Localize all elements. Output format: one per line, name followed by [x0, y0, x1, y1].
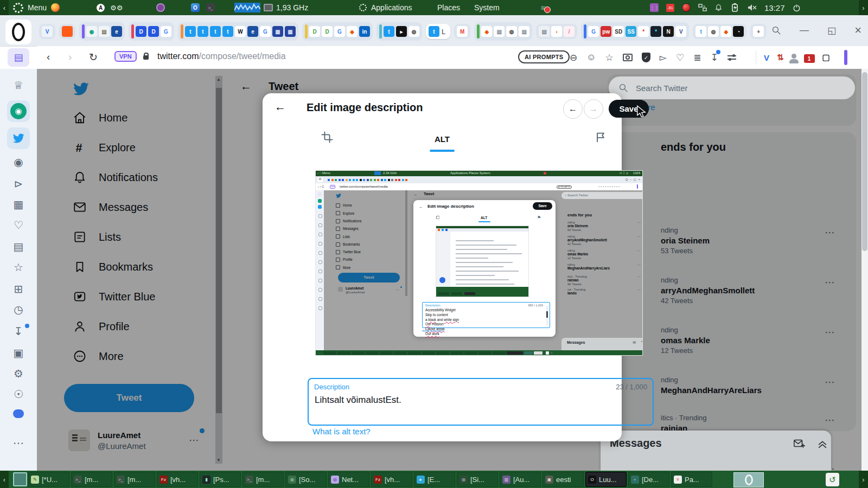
tab-search-icon[interactable] — [771, 25, 781, 35]
site-tab[interactable]: * — [638, 26, 649, 37]
taskbar-scroll-left[interactable]: ‹ — [0, 471, 9, 488]
downloads-icon[interactable]: ↧ — [710, 52, 718, 63]
taskbar-window-disc[interactable]: ◎[So... — [285, 472, 327, 487]
tips-icon[interactable]: ☉ — [0, 388, 37, 401]
firefox-icon[interactable] — [51, 3, 60, 12]
reading-panel-icon[interactable]: ▤ — [8, 48, 29, 67]
page-scrollbar[interactable] — [861, 69, 868, 471]
cpu-graph-icon[interactable] — [234, 3, 260, 12]
tor-browser-icon[interactable] — [156, 3, 165, 12]
site-tab[interactable]: D — [136, 26, 146, 37]
lock-icon[interactable] — [143, 55, 149, 60]
history-icon[interactable]: ◷ — [0, 303, 37, 316]
reload-button[interactable]: ↻ — [89, 51, 98, 63]
applications-menu[interactable]: Applications — [359, 0, 412, 15]
notifications-bell-icon[interactable] — [714, 3, 723, 12]
send-to-device-icon[interactable]: ▻ — [660, 52, 667, 63]
chat-bubble-icon[interactable] — [0, 409, 37, 418]
site-tab[interactable]: * — [650, 26, 661, 37]
site-tab[interactable]: N — [663, 26, 674, 37]
site-tab[interactable]: ▦ — [285, 26, 296, 37]
site-tab[interactable]: ◆ — [720, 26, 731, 37]
tab-islands-icon[interactable]: ⊞ — [0, 282, 37, 296]
system-menu-button[interactable]: Menu — [13, 0, 60, 15]
site-tab[interactable]: ◉ — [86, 26, 97, 37]
site-tab[interactable]: ▤ — [539, 26, 550, 37]
shield-check-icon[interactable]: ✓ — [642, 53, 650, 62]
downloads-icon[interactable]: ↧ — [0, 325, 37, 338]
favorites-icon[interactable]: ♡ — [0, 219, 37, 232]
wifi-blocked-icon[interactable]: ≋ — [540, 0, 551, 15]
player-icon[interactable]: ◉ — [0, 156, 37, 169]
site-tab[interactable]: V — [675, 26, 686, 37]
site-tab[interactable]: ◔ — [733, 26, 744, 37]
taskbar-window-audio-player[interactable]: ▥[Au... — [500, 472, 541, 487]
taskbar-window-telegram[interactable]: ▸[E... — [414, 472, 455, 487]
site-tab[interactable]: ▦ — [272, 26, 283, 37]
site-tab[interactable]: + — [753, 26, 764, 37]
modal-back-button[interactable]: ← — [275, 100, 286, 113]
site-tab[interactable]: t — [429, 26, 439, 37]
recording-icon[interactable] — [682, 3, 691, 12]
site-tab[interactable]: ▤ — [99, 26, 110, 37]
site-tab[interactable]: D — [322, 26, 333, 37]
bookmark-star-icon[interactable]: ☆ — [605, 52, 614, 63]
close-button[interactable]: × — [854, 23, 861, 37]
taskbar-window-filezilla[interactable]: Fz[vh... — [157, 472, 198, 487]
site-tab[interactable]: V — [42, 26, 53, 37]
site-tab[interactable]: e — [247, 26, 258, 37]
site-tab[interactable]: D — [148, 26, 159, 37]
more-icon[interactable]: ⋯ — [0, 436, 37, 450]
sidebar-toggle-bar[interactable] — [844, 50, 847, 65]
recycle-bin-icon[interactable]: ↺ — [826, 473, 839, 486]
ai-prompts-button[interactable]: AI PROMPTS — [518, 50, 570, 63]
site-tab[interactable] — [62, 26, 73, 37]
reader-face-icon[interactable]: ☺ — [586, 52, 596, 63]
address-bar[interactable]: twitter.com/compose/tweet/media — [157, 52, 286, 61]
taskbar-window-orb[interactable]: ◍Net... — [328, 472, 369, 487]
network-offline-icon[interactable]: x — [698, 3, 707, 12]
minimize-button[interactable]: — — [800, 25, 809, 36]
system-menu[interactable]: System — [474, 0, 500, 15]
site-tab[interactable]: G — [260, 26, 271, 37]
favorites-heart-icon[interactable]: ♡ — [676, 52, 684, 63]
site-tab[interactable]: M — [457, 26, 468, 37]
site-tab[interactable]: SS — [626, 26, 636, 37]
app-search-icon[interactable]: A — [97, 4, 105, 12]
opera-icon[interactable]: O — [191, 3, 200, 12]
site-tab[interactable]: ◍ — [506, 26, 517, 37]
site-tab[interactable]: ▸ — [396, 26, 407, 37]
site-tab[interactable]: W — [235, 26, 246, 37]
alt-text-input[interactable]: Description 23 / 1,000 Lihtsalt võimalus… — [308, 378, 654, 426]
workspaces-icon[interactable]: ▦ — [0, 198, 37, 211]
site-tab[interactable]: ◍ — [409, 26, 419, 37]
cube-extension-icon[interactable]: ▢ — [822, 53, 830, 62]
site-tab[interactable]: t — [222, 26, 233, 37]
audio-app-icon[interactable]: ⋮⋮ — [650, 3, 659, 12]
taskbar-window-terminal[interactable]: >_[m... — [114, 472, 155, 487]
site-tab[interactable]: ◆ — [481, 26, 492, 37]
site-tab[interactable]: ▤ — [494, 26, 505, 37]
site-tab[interactable]: t — [210, 26, 221, 37]
opera-launcher-button[interactable] — [733, 472, 764, 487]
site-tab[interactable]: t — [695, 26, 706, 37]
alert-badge-icon[interactable]: -51 — [666, 4, 674, 12]
restore-button[interactable]: ◱ — [827, 25, 836, 36]
taskbar-window-filezilla[interactable]: Fz[vh... — [371, 472, 412, 487]
image-next-button[interactable]: → — [584, 99, 603, 119]
places-menu[interactable]: Places — [437, 0, 460, 15]
site-tab[interactable]: pw — [601, 26, 611, 37]
taskbar-window-folder[interactable]: ▣eesti — [542, 472, 584, 487]
zoom-out-icon[interactable]: ⊖ — [570, 52, 577, 63]
panel-scroll-left[interactable]: ‹ — [0, 0, 9, 15]
power-icon[interactable] — [793, 4, 801, 12]
taskbar-window-globe[interactable]: ◍[Si... — [457, 472, 498, 487]
site-tab[interactable]: e — [111, 26, 122, 37]
tab-alt[interactable]: ALT — [263, 134, 622, 144]
chatgpt-panel-icon[interactable]: ◉ — [0, 100, 37, 122]
image-prev-button[interactable]: ← — [563, 99, 583, 119]
site-tab[interactable]: D — [309, 26, 320, 37]
taskbar-window-opera[interactable]: OLuu... — [585, 472, 627, 487]
taskbar-window-terminal[interactable]: >_[m... — [71, 472, 112, 487]
terminal-icon[interactable]: >_ — [206, 3, 215, 12]
